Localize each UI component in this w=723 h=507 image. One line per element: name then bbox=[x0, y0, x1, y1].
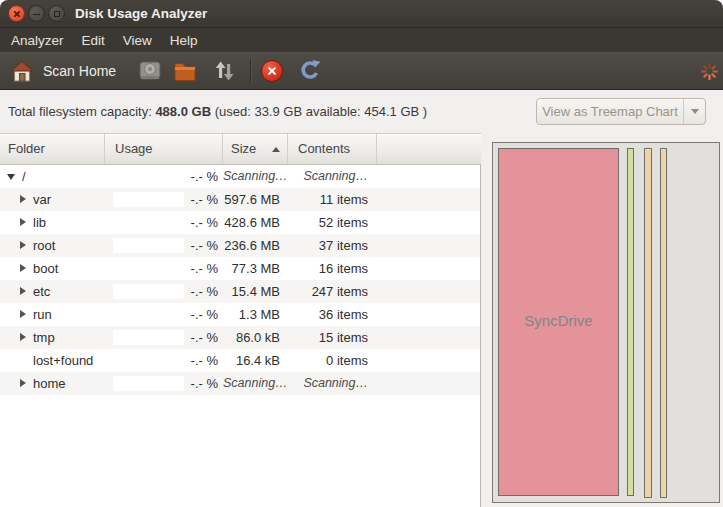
folder-name: / bbox=[22, 165, 26, 188]
minimize-button[interactable] bbox=[28, 5, 45, 22]
menu-view[interactable]: View bbox=[114, 30, 161, 51]
contents-value: 0 items bbox=[288, 349, 377, 372]
expander-closed-icon[interactable] bbox=[20, 379, 26, 387]
capacity-value: 488.0 GB bbox=[155, 104, 211, 119]
busy-spinner-icon bbox=[701, 63, 718, 80]
menu-help[interactable]: Help bbox=[161, 30, 207, 51]
contents-value: 11 items bbox=[288, 188, 377, 211]
menu-edit[interactable]: Edit bbox=[73, 30, 114, 51]
refresh-icon bbox=[298, 59, 322, 83]
size-value: 86.0 kB bbox=[223, 326, 288, 349]
usage-percent: -.- % bbox=[191, 257, 218, 280]
table-row-etc[interactable]: etc -.- % 15.4 MB 247 items bbox=[0, 280, 480, 303]
usage-bar bbox=[113, 284, 184, 299]
size-value: Scanning… bbox=[223, 372, 288, 395]
usage-bar bbox=[113, 261, 184, 276]
maximize-button[interactable] bbox=[48, 5, 65, 22]
scan-remote-button[interactable] bbox=[211, 58, 237, 84]
size-value: 428.6 MB bbox=[223, 211, 288, 234]
expander-closed-icon[interactable] bbox=[20, 310, 26, 318]
folder-name: etc bbox=[33, 280, 50, 303]
table-header: Folder Usage Size Contents bbox=[0, 133, 480, 165]
scan-home-button[interactable]: Scan Home bbox=[0, 55, 126, 87]
harddisk-icon bbox=[138, 59, 162, 83]
expander-closed-icon[interactable] bbox=[20, 264, 26, 272]
size-value: 15.4 MB bbox=[223, 280, 288, 303]
expander-closed-icon[interactable] bbox=[20, 287, 26, 295]
column-label: Folder bbox=[8, 141, 45, 156]
treemap-rect-green[interactable] bbox=[627, 148, 634, 496]
column-label: Usage bbox=[115, 141, 153, 156]
table-row-lostfound[interactable]: lost+found -.- % 16.4 kB 0 items bbox=[0, 349, 480, 372]
usage-percent: -.- % bbox=[191, 280, 218, 303]
treemap-rect-syncdrive[interactable]: SyncDrive bbox=[498, 148, 619, 496]
stop-icon bbox=[261, 60, 283, 82]
column-header-folder[interactable]: Folder bbox=[0, 133, 105, 165]
usage-percent: -.- % bbox=[191, 372, 218, 395]
view-as-treemap-label: View as Treemap Chart bbox=[537, 104, 683, 119]
usage-bar bbox=[113, 330, 184, 345]
menu-analyzer[interactable]: Analyzer bbox=[2, 30, 73, 51]
treemap-rect-tan-2[interactable] bbox=[660, 148, 667, 498]
usage-percent: -.- % bbox=[191, 303, 218, 326]
column-label: Size bbox=[231, 141, 256, 156]
window-controls bbox=[8, 5, 65, 22]
dropdown-arrow-area[interactable] bbox=[683, 99, 705, 124]
minimize-icon bbox=[33, 14, 40, 16]
expander-closed-icon[interactable] bbox=[20, 241, 26, 249]
column-header-usage[interactable]: Usage bbox=[105, 133, 223, 165]
scan-folder-button[interactable] bbox=[172, 58, 198, 84]
usage-bar bbox=[113, 215, 184, 230]
contents-value: 247 items bbox=[288, 280, 377, 303]
size-value: 597.6 MB bbox=[223, 188, 288, 211]
folder-name: lost+found bbox=[33, 349, 93, 372]
usage-percent: -.- % bbox=[191, 326, 218, 349]
table-body: / -.- % Scanning… Scanning… var -.- % 59… bbox=[0, 165, 480, 395]
view-as-treemap-button[interactable]: View as Treemap Chart bbox=[536, 98, 706, 125]
table-row-rootdir[interactable]: root -.- % 236.6 MB 37 items bbox=[0, 234, 480, 257]
column-header-empty[interactable] bbox=[377, 133, 481, 165]
size-value: 77.3 MB bbox=[223, 257, 288, 280]
toolbar-separator bbox=[250, 59, 251, 83]
folder-name: root bbox=[33, 234, 55, 257]
table-row-var[interactable]: var -.- % 597.6 MB 11 items bbox=[0, 188, 480, 211]
table-row-tmp[interactable]: tmp -.- % 86.0 kB 15 items bbox=[0, 326, 480, 349]
column-header-size[interactable]: Size bbox=[223, 133, 288, 165]
expander-open-icon[interactable] bbox=[7, 174, 15, 180]
contents-value: 15 items bbox=[288, 326, 377, 349]
folder-name: tmp bbox=[33, 326, 55, 349]
expander-closed-icon[interactable] bbox=[20, 333, 26, 341]
status-bar: Total filesystem capacity: 488.0 GB (use… bbox=[0, 90, 723, 133]
close-button[interactable] bbox=[8, 5, 25, 22]
table-row-run[interactable]: run -.- % 1.3 MB 36 items bbox=[0, 303, 480, 326]
usage-percent: -.- % bbox=[191, 234, 218, 257]
usage-bar bbox=[113, 376, 184, 391]
column-label: Contents bbox=[298, 141, 350, 156]
expander-closed-icon[interactable] bbox=[20, 218, 26, 226]
contents-value: Scanning… bbox=[288, 372, 377, 395]
scan-home-label: Scan Home bbox=[43, 63, 116, 79]
contents-value: 36 items bbox=[288, 303, 377, 326]
capacity-text: Total filesystem capacity: 488.0 GB (use… bbox=[8, 104, 427, 119]
table-row-home[interactable]: home -.- % Scanning… Scanning… bbox=[0, 372, 480, 395]
stop-button[interactable] bbox=[259, 58, 285, 84]
refresh-button[interactable] bbox=[297, 58, 323, 84]
expander-closed-icon[interactable] bbox=[20, 195, 26, 203]
usage-bar bbox=[113, 169, 184, 184]
column-header-contents[interactable]: Contents bbox=[288, 133, 377, 165]
table-row-root[interactable]: / -.- % Scanning… Scanning… bbox=[0, 165, 480, 188]
table-row-lib[interactable]: lib -.- % 428.6 MB 52 items bbox=[0, 211, 480, 234]
size-value: 16.4 kB bbox=[223, 349, 288, 372]
usage-bar bbox=[113, 353, 184, 368]
titlebar[interactable]: Disk Usage Analyzer bbox=[0, 0, 723, 28]
treemap-rect-tan-1[interactable] bbox=[644, 148, 652, 498]
table-row-boot[interactable]: boot -.- % 77.3 MB 16 items bbox=[0, 257, 480, 280]
contents-value: 16 items bbox=[288, 257, 377, 280]
folder-name: home bbox=[33, 372, 66, 395]
menubar: Analyzer Edit View Help bbox=[0, 28, 723, 52]
usage-bar bbox=[113, 307, 184, 322]
scan-filesystem-button[interactable] bbox=[137, 58, 163, 84]
home-icon bbox=[10, 60, 34, 83]
treemap-chart[interactable]: SyncDrive bbox=[492, 142, 720, 503]
main-content: Folder Usage Size Contents / -.- % Scann… bbox=[0, 133, 723, 507]
